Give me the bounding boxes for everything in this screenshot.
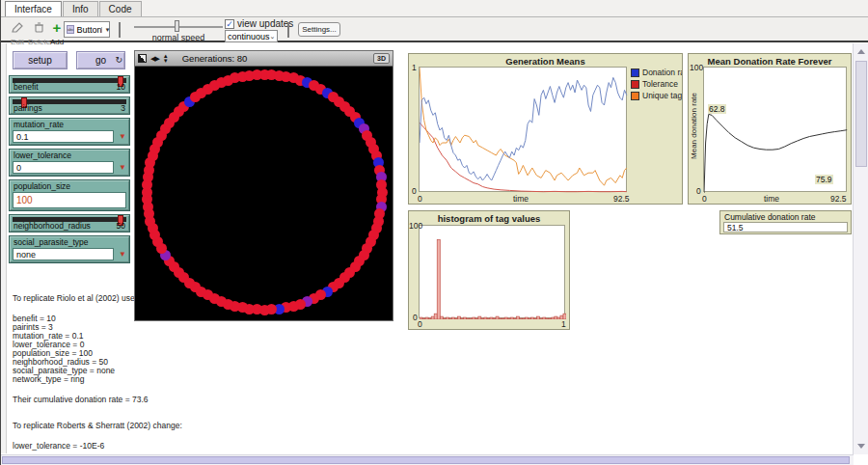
legend-label: Unique tag %: [642, 91, 683, 100]
scroll-down-arrow-icon[interactable]: [857, 444, 865, 449]
plot-title: histogram of tag values: [409, 213, 569, 224]
slider-value: 50: [117, 221, 125, 231]
monitor-label: Cumulative donation rate: [724, 212, 816, 222]
horizontal-scrollbar[interactable]: [1, 454, 854, 465]
toolbar-separator: [119, 22, 121, 38]
plot-area: [419, 67, 627, 192]
slider-benefit[interactable]: benefit 10: [9, 75, 130, 94]
y-max-tick: 100: [409, 221, 422, 231]
speed-slider-label: normal speed: [134, 33, 223, 42]
x-max-tick: 1: [561, 319, 566, 329]
legend-swatch-tolerance: [631, 80, 639, 89]
edit-button[interactable]: Edit: [7, 19, 28, 46]
horizontal-scrollbar-thumb[interactable]: [2, 456, 850, 464]
chevron-down-icon[interactable]: ▼: [119, 132, 126, 141]
monitor-value: 51.5: [723, 222, 848, 232]
x-max-tick: 92.5: [613, 194, 630, 204]
plot-area: [419, 225, 565, 318]
go-button[interactable]: go ↻: [76, 51, 125, 69]
toolbar: Edit Delete + Add abc Button ▼ normal sp…: [1, 17, 868, 42]
setup-button[interactable]: setup: [13, 51, 68, 69]
resize-corner-icon[interactable]: [138, 54, 147, 63]
tab-interface[interactable]: Interface: [5, 1, 62, 16]
horizontal-arrows-icon[interactable]: ◀▶: [150, 55, 159, 63]
tab-code[interactable]: Code: [99, 1, 142, 16]
chooser-lower-tolerance[interactable]: lower_tolerance 0 ▼: [9, 149, 130, 177]
widget-type-dropdown[interactable]: abc Button ▼: [64, 21, 110, 38]
netlogo-window: Interface Info Code Edit Delete + Add ab…: [0, 0, 868, 465]
legend-swatch-unique-tag: [631, 92, 639, 100]
x-max-tick: 92.5: [830, 194, 847, 204]
toolbar-separator: [287, 22, 289, 38]
update-mode-value: continuous: [228, 32, 270, 41]
chevron-down-icon: ▼: [101, 27, 110, 33]
x-min-tick: 0: [418, 194, 422, 204]
legend-label: Donation rate: [642, 68, 683, 77]
pencil-icon: [12, 19, 23, 36]
update-mode-dropdown[interactable]: continuous ⌄: [225, 30, 278, 42]
x-min-tick: 0: [702, 194, 707, 204]
note-line: To replicate Roberts & Sherratt (2002) c…: [13, 422, 225, 430]
chooser-label: social_parasite_type: [14, 237, 89, 247]
y-max-tick: 100: [690, 63, 703, 72]
slider-neighborhood-radius[interactable]: neighborhood_radius 50: [9, 214, 130, 232]
cumulative-donation-monitor: Cumulative donation rate 51.5: [719, 210, 852, 234]
chevron-down-icon: ⌄: [270, 33, 276, 41]
slider-label: neighborhood_radius: [14, 221, 91, 231]
chevron-down-icon[interactable]: ▼: [119, 250, 126, 259]
plot-area: [703, 67, 847, 192]
generations-counter: Generations: 80: [182, 53, 248, 64]
x-axis-label: time: [513, 194, 529, 204]
speed-slider: normal speed: [134, 20, 223, 42]
slider-value: 10: [117, 82, 125, 92]
view-updates-label: view updates: [237, 18, 293, 29]
slider-value: 3: [121, 103, 125, 113]
speed-slider-track[interactable]: [134, 20, 223, 32]
chooser-value[interactable]: none: [13, 248, 114, 260]
chevron-down-icon[interactable]: ▼: [119, 163, 126, 172]
button-widget-icon: abc: [67, 25, 74, 34]
slider-label: benefit: [14, 82, 39, 92]
speed-slider-handle[interactable]: [175, 20, 179, 32]
vertical-scrollbar[interactable]: [853, 43, 868, 454]
plot-title: Mean Donation Rate Forever: [689, 56, 851, 67]
agent-dot: [252, 69, 262, 80]
input-population-size: population_size: [9, 179, 130, 211]
chooser-value[interactable]: 0.1: [13, 130, 114, 143]
population-size-field[interactable]: [13, 192, 126, 208]
y-min-tick: 0: [696, 186, 701, 196]
input-label: population_size: [14, 181, 70, 191]
chooser-mutation-rate[interactable]: mutation_rate 0.1 ▼: [9, 118, 130, 146]
y-axis-label: Mean donation rate: [690, 93, 698, 159]
vertical-scrollbar-thumb[interactable]: [855, 61, 867, 167]
note-line: lower_tolerance = -10E-6: [13, 442, 225, 451]
chooser-value[interactable]: 0: [13, 161, 114, 174]
forever-icon: ↻: [115, 52, 122, 68]
settings-button[interactable]: Settings...: [298, 22, 340, 37]
left-edge-strip: [1, 43, 7, 453]
plus-icon: +: [53, 19, 62, 36]
tab-bar: Interface Info Code: [1, 0, 868, 17]
legend-swatch-donation-rate: [631, 68, 639, 77]
view-updates-checkbox[interactable]: ✓: [225, 19, 234, 29]
widget-type-value: Button: [76, 25, 101, 35]
world-canvas: [135, 68, 393, 320]
chooser-label: mutation_rate: [14, 120, 64, 129]
scroll-up-arrow-icon[interactable]: [857, 49, 865, 54]
slider-pairings[interactable]: pairings 3: [9, 96, 130, 115]
x-min-tick: 0: [418, 319, 422, 329]
plot-title: Generation Means: [409, 56, 682, 67]
threed-button[interactable]: 3D: [373, 53, 390, 64]
plot-histogram-tag-values: histogram of tag values 100 0 0 1: [408, 210, 570, 330]
y-max-tick: 1: [412, 63, 417, 72]
plot-legend: Donation rate Tolerance Unique tag %: [631, 67, 683, 101]
plot-generation-means: Generation Means 1 0 0 time 92.5 Donatio…: [408, 53, 683, 205]
chooser-social-parasite-type[interactable]: social_parasite_type none ▼: [9, 235, 130, 263]
plot-annotation: 62.8: [708, 104, 726, 114]
plot-annotation: 75.9: [815, 175, 833, 184]
tab-info[interactable]: Info: [63, 1, 98, 16]
vertical-arrows-icon[interactable]: ▲▼: [163, 54, 169, 64]
slider-label: pairings: [14, 103, 42, 113]
chooser-label: lower_tolerance: [14, 150, 71, 160]
x-axis-label: time: [764, 194, 779, 204]
